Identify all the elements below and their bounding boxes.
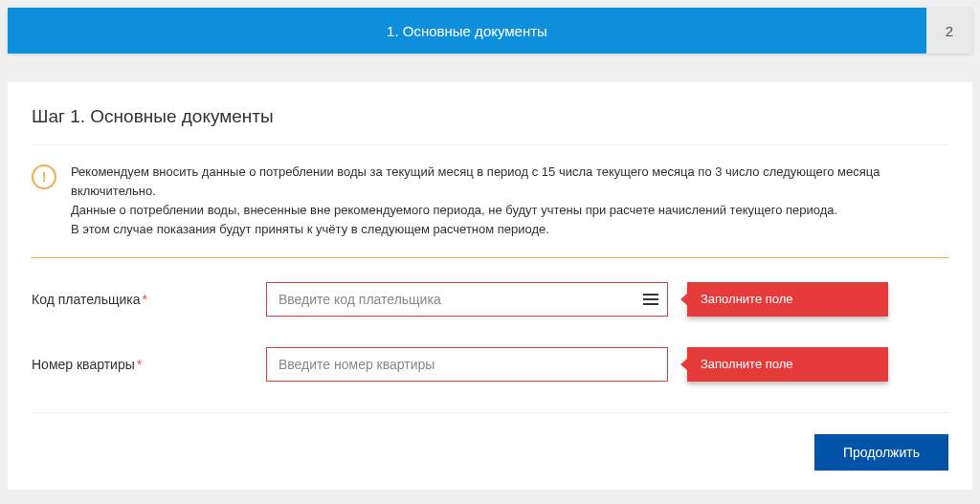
form-card: Шаг 1. Основные документы ! Рекомендуем … [8, 82, 972, 490]
info-line-1: Рекомендуем вносить данные о потреблении… [71, 164, 880, 198]
page-title: Шаг 1. Основные документы [32, 106, 948, 145]
apartment-label: Номер квартиры* [32, 357, 266, 372]
required-asterisk: * [137, 357, 142, 372]
exclamation-icon: ! [32, 164, 56, 189]
step-2-inactive[interactable]: 2 [926, 8, 972, 54]
section-divider [32, 257, 948, 258]
actions-bar: Продолжить [32, 434, 948, 471]
apartment-row: Номер квартиры* Заполните поле [32, 347, 948, 382]
footer-divider [32, 412, 948, 413]
payer-code-input-wrap [266, 282, 668, 317]
payer-code-row: Код плательщика* Заполните поле [32, 282, 948, 317]
info-line-3: В этом случае показания будут приняты к … [71, 222, 549, 236]
menu-icon[interactable] [643, 294, 658, 305]
info-banner: ! Рекомендуем вносить данные о потреблен… [32, 145, 948, 257]
apartment-label-text: Номер квартиры [32, 357, 135, 372]
continue-button[interactable]: Продолжить [814, 434, 948, 471]
payer-code-error: Заполните поле [687, 282, 888, 317]
payer-code-input[interactable] [266, 282, 668, 317]
apartment-error: Заполните поле [687, 347, 888, 382]
apartment-input-wrap [266, 347, 668, 382]
info-text: Рекомендуем вносить данные о потреблении… [71, 163, 948, 240]
required-asterisk: * [143, 292, 147, 307]
step-1-active[interactable]: 1. Основные документы [8, 8, 926, 54]
payer-code-label-text: Код плательщика [32, 292, 141, 307]
payer-code-label: Код плательщика* [32, 292, 266, 307]
info-line-2: Данные о потреблении воды, внесенные вне… [71, 203, 837, 217]
stepper: 1. Основные документы 2 [8, 8, 972, 54]
apartment-input[interactable] [266, 347, 668, 382]
